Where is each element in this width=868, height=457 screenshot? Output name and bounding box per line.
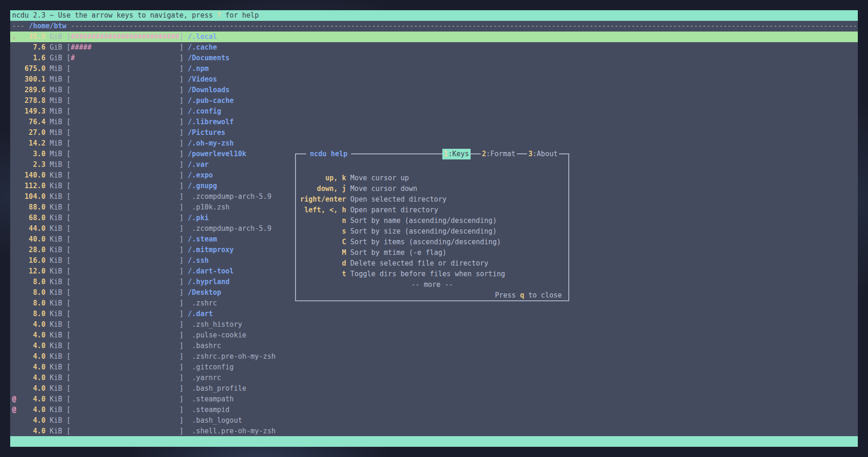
usage-bar <box>70 320 179 329</box>
file-name: /.gnupg <box>188 182 217 190</box>
help-entry-key: down, j <box>300 184 346 194</box>
usage-bar <box>70 192 179 201</box>
help-entry-key: d <box>300 258 346 269</box>
help-entry: nSort by name (ascending/descending) <box>296 216 568 226</box>
file-name: /.steam <box>188 235 217 243</box>
file-size-unit: MiB <box>50 128 62 137</box>
file-row[interactable]: 1.6 GiB [# ] /Documents <box>10 53 858 63</box>
help-entry-key: t <box>300 269 346 279</box>
file-size-unit: KiB <box>50 299 62 307</box>
file-name: /.pki <box>188 214 208 222</box>
file-name: /Downloads <box>188 86 229 94</box>
file-row[interactable]: 8.0 KiB [ ] /.dart <box>10 309 858 319</box>
current-path-line: --- /home/btw --------------------------… <box>10 21 858 32</box>
bar-bracket-close: ] <box>179 182 183 190</box>
file-size: 35.5 <box>20 32 45 42</box>
usage-bar <box>70 160 179 169</box>
help-dialog-tab[interactable]: 1:Keys <box>442 149 470 159</box>
usage-bar <box>70 406 179 414</box>
help-more-indicator: -- more -- <box>296 279 568 290</box>
help-entry-key: M <box>300 248 346 258</box>
file-flag <box>12 139 16 147</box>
file-name: .bash_logout <box>188 416 242 425</box>
file-name: .steampid <box>188 406 229 414</box>
help-entry-desc: Sort by size (ascending/descending) <box>350 226 497 237</box>
file-size-unit: KiB <box>50 203 62 211</box>
file-row[interactable]: 278.8 MiB [ ] /.pub-cache <box>10 95 858 106</box>
usage-bar <box>70 374 179 382</box>
bar-bracket-close: ] <box>179 214 183 222</box>
ncdu-title-bar: ncdu 2.3 ~ Use the arrow keys to navigat… <box>10 10 858 21</box>
file-size: 149.3 <box>20 106 45 117</box>
file-name: /.dart-tool <box>188 267 233 275</box>
file-size-unit: KiB <box>50 171 62 179</box>
file-flag <box>12 43 16 51</box>
file-row[interactable]: 27.0 MiB [ ] /Pictures <box>10 127 858 138</box>
file-size-unit: GiB <box>50 32 62 41</box>
file-row[interactable]: 14.2 MiB [ ] /.oh-my-zsh <box>10 138 858 149</box>
file-flag <box>12 128 16 137</box>
file-size-unit: MiB <box>50 107 62 115</box>
file-row[interactable]: 4.0 KiB [ ] .pulse-cookie <box>10 330 858 341</box>
status-bar: *Total disk usage: 46.4 GiB Apparent siz… <box>10 436 858 447</box>
file-row[interactable]: 4.0 KiB [ ] .yarnrc <box>10 373 858 383</box>
file-row[interactable]: 4.0 KiB [ ] .bash_profile <box>10 383 858 394</box>
file-size-unit: KiB <box>50 320 62 329</box>
usage-bar <box>70 267 179 275</box>
file-size: 12.0 <box>20 266 45 277</box>
file-row[interactable]: 4.0 KiB [ ] .shell.pre-oh-my-zsh <box>10 426 858 436</box>
bar-bracket-close: ] <box>179 320 183 329</box>
file-row[interactable]: 4.0 KiB [ ] .zsh_history <box>10 319 858 330</box>
file-name: /Desktop <box>188 288 221 297</box>
file-row[interactable]: 4.0 KiB [ ] .zshrc.pre-oh-my-zsh <box>10 351 858 362</box>
file-size-unit: KiB <box>50 342 62 350</box>
file-flag <box>12 203 16 211</box>
usage-bar <box>70 246 179 254</box>
file-name: /.var <box>188 160 208 169</box>
file-size: 1.6 <box>20 53 45 63</box>
file-size-unit: KiB <box>50 224 62 233</box>
file-name: .yarnrc <box>188 374 221 382</box>
help-entry: right/enterOpen selected directory <box>296 194 568 205</box>
file-row[interactable]: 7.6 GiB [##### ] /.cache <box>10 42 858 53</box>
file-flag <box>12 363 16 371</box>
file-row[interactable]: 4.0 KiB [ ] .gitconfig <box>10 362 858 373</box>
file-row[interactable]: @ 4.0 KiB [ ] .steampath <box>10 394 858 405</box>
file-flag <box>12 235 16 243</box>
file-size-unit: KiB <box>50 214 62 222</box>
file-row[interactable]: 4.0 KiB [ ] .bash_logout <box>10 415 858 426</box>
file-row[interactable]: @ 4.0 KiB [ ] .steampid <box>10 405 858 415</box>
file-size: 8.0 <box>20 309 45 319</box>
help-dialog: ncdu help 1:Keys 2:Format 3:About up, kM… <box>295 153 569 301</box>
file-row[interactable]: 289.6 MiB [ ] /Downloads <box>10 85 858 95</box>
file-flag: @ <box>12 395 16 403</box>
help-entry: MSort by mtime (-e flag) <box>296 248 568 258</box>
bar-bracket-close: ] <box>179 139 183 147</box>
help-dialog-tab[interactable]: 2:Format <box>481 149 517 159</box>
file-name: .gitconfig <box>188 363 233 371</box>
bar-bracket-close: ] <box>179 150 183 158</box>
tab-label: :Keys <box>448 150 469 158</box>
file-flag <box>12 352 16 361</box>
file-name: .pulse-cookie <box>188 331 246 339</box>
bar-bracket-close: ] <box>179 43 183 51</box>
file-name: /.hyprland <box>188 278 229 286</box>
bar-bracket-close: ] <box>179 288 183 297</box>
bar-bracket-close: ] <box>179 278 183 286</box>
file-row[interactable]: 76.4 MiB [ ] /.librewolf <box>10 117 858 127</box>
file-size: 8.0 <box>20 277 45 287</box>
file-row[interactable]: 675.0 MiB [ ] /.npm <box>10 63 858 74</box>
file-row[interactable]: 300.1 MiB [ ] /Videos <box>10 74 858 85</box>
file-row[interactable]: . 35.5 GiB [##########################] … <box>10 32 858 42</box>
usage-bar <box>70 139 179 147</box>
file-name: /Videos <box>188 75 217 83</box>
help-entry: down, jMove cursor down <box>296 184 568 194</box>
file-row[interactable]: 149.3 MiB [ ] /.config <box>10 106 858 117</box>
file-name: .shell.pre-oh-my-zsh <box>188 427 276 435</box>
help-dialog-tab[interactable]: 3:About <box>527 149 559 159</box>
file-flag: @ <box>12 406 16 414</box>
file-name: /.mitmproxy <box>188 246 233 254</box>
file-size-unit: KiB <box>50 235 62 243</box>
title-bar-text: ncdu 2.3 ~ Use the arrow keys to navigat… <box>12 11 217 19</box>
file-row[interactable]: 4.0 KiB [ ] .bashrc <box>10 341 858 351</box>
